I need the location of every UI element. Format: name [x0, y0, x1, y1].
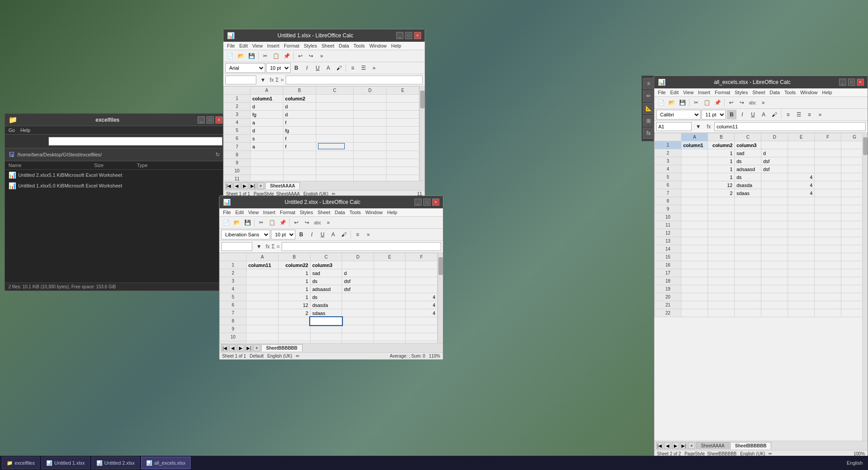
table-cell[interactable]: [247, 269, 279, 277]
table-cell[interactable]: [681, 261, 708, 269]
table-cell[interactable]: [247, 301, 279, 309]
fontcolor-btn[interactable]: A: [328, 230, 338, 239]
col-header-B[interactable]: B: [283, 87, 316, 95]
table-cell[interactable]: [761, 309, 788, 317]
table-cell[interactable]: [735, 293, 761, 301]
menu-window[interactable]: Window: [365, 210, 382, 215]
sidebar-icon-1[interactable]: ≡: [643, 78, 654, 89]
tab-first[interactable]: |◀: [221, 344, 228, 351]
close-button[interactable]: ✕: [857, 79, 864, 86]
taskbar-item-untitled2[interactable]: 📊 Untitled 2.xlsx: [92, 457, 139, 469]
table-cell[interactable]: [788, 197, 815, 205]
table-cell[interactable]: [386, 175, 419, 181]
table-cell[interactable]: [342, 261, 374, 269]
table-cell[interactable]: [761, 221, 788, 229]
save-btn[interactable]: 💾: [243, 218, 252, 227]
highlight-btn[interactable]: 🖌: [339, 230, 349, 239]
filemanager-win-controls[interactable]: _ □ ✕: [198, 116, 223, 123]
col-header-E[interactable]: E: [788, 133, 815, 141]
table-cell[interactable]: [406, 277, 438, 285]
tab-first[interactable]: |◀: [656, 442, 663, 449]
table-cell[interactable]: [841, 277, 863, 285]
table-cell[interactable]: [788, 157, 815, 165]
table-cell[interactable]: [815, 149, 841, 157]
table-cell[interactable]: [386, 143, 419, 151]
table-cell[interactable]: [708, 261, 735, 269]
menu-file[interactable]: File: [658, 90, 666, 95]
table-cell[interactable]: [342, 317, 374, 325]
menu-edit[interactable]: Edit: [670, 90, 679, 95]
add-sheet-btn[interactable]: +: [253, 344, 260, 351]
table-cell[interactable]: [788, 301, 815, 309]
table-cell[interactable]: [788, 149, 815, 157]
align-center-btn[interactable]: ☰: [358, 63, 368, 73]
menu-data[interactable]: Data: [769, 90, 780, 95]
table-cell[interactable]: 4: [788, 173, 815, 181]
table-cell[interactable]: [406, 317, 438, 325]
table-cell[interactable]: [386, 151, 419, 159]
menu-help[interactable]: Help: [391, 43, 402, 48]
table-cell[interactable]: [708, 245, 735, 253]
table-cell[interactable]: sdaas: [735, 189, 761, 197]
open-btn[interactable]: 📂: [667, 98, 677, 108]
table-cell[interactable]: [815, 309, 841, 317]
menu-tools[interactable]: Tools: [784, 90, 796, 95]
cell-ref-input[interactable]: [225, 76, 256, 84]
table-cell[interactable]: fg: [251, 111, 283, 119]
table-cell[interactable]: [841, 197, 863, 205]
table-cell[interactable]: [841, 285, 863, 293]
cell-ref-input[interactable]: [656, 122, 692, 131]
table-cell[interactable]: [761, 301, 788, 309]
table-cell[interactable]: [815, 277, 841, 285]
table-cell[interactable]: [815, 213, 841, 221]
menu-help[interactable]: Help: [822, 90, 832, 95]
menu-help[interactable]: Help: [387, 210, 398, 215]
table-cell[interactable]: [735, 197, 761, 205]
table-cell[interactable]: d: [283, 111, 316, 119]
table-cell[interactable]: [342, 309, 374, 317]
table-cell[interactable]: [815, 285, 841, 293]
menu-data[interactable]: Data: [334, 210, 345, 215]
forward-button[interactable]: ▶: [22, 136, 32, 146]
col-header-B[interactable]: B: [708, 133, 735, 141]
table-cell[interactable]: [815, 173, 841, 181]
table-cell[interactable]: dsf: [761, 165, 788, 173]
menu-data[interactable]: Data: [338, 43, 349, 48]
table-cell[interactable]: [354, 127, 386, 135]
table-cell[interactable]: [735, 269, 761, 277]
bold-btn[interactable]: B: [291, 63, 301, 73]
formula-dropdown[interactable]: ▼: [254, 242, 264, 251]
menu-insert[interactable]: Insert: [267, 43, 279, 48]
table-cell[interactable]: dsasda: [310, 301, 342, 309]
table-cell[interactable]: [374, 261, 406, 269]
table-cell[interactable]: [735, 309, 761, 317]
menu-styles[interactable]: Styles: [735, 90, 748, 95]
table-cell[interactable]: [815, 301, 841, 309]
table-cell[interactable]: [815, 269, 841, 277]
formula-dropdown[interactable]: ▼: [693, 122, 703, 131]
table-cell[interactable]: [761, 245, 788, 253]
table-cell[interactable]: [374, 285, 406, 293]
table-cell[interactable]: [681, 173, 708, 181]
table-cell[interactable]: [815, 205, 841, 213]
table-cell[interactable]: [815, 157, 841, 165]
table-cell[interactable]: d: [342, 269, 374, 277]
untitled2-controls[interactable]: _ □ ✕: [414, 199, 439, 206]
table-cell[interactable]: d: [761, 149, 788, 157]
table-cell[interactable]: [681, 253, 708, 261]
sheet-tab-sheetaaaa[interactable]: SheetAAAA: [696, 442, 729, 449]
table-cell[interactable]: 4: [788, 189, 815, 197]
align-left-btn[interactable]: ≡: [348, 63, 358, 73]
table-cell[interactable]: [681, 197, 708, 205]
table-cell[interactable]: 1: [708, 173, 735, 181]
open-btn[interactable]: 📂: [236, 51, 246, 61]
table-cell[interactable]: [406, 333, 438, 341]
menu-view[interactable]: View: [252, 43, 263, 48]
table-cell[interactable]: [708, 269, 735, 277]
table-cell[interactable]: [316, 175, 354, 181]
table-cell[interactable]: [761, 205, 788, 213]
table-cell[interactable]: [316, 103, 354, 111]
paste-btn[interactable]: 📌: [713, 98, 722, 108]
copy-btn[interactable]: 📋: [267, 218, 277, 227]
table-cell[interactable]: [247, 317, 279, 325]
